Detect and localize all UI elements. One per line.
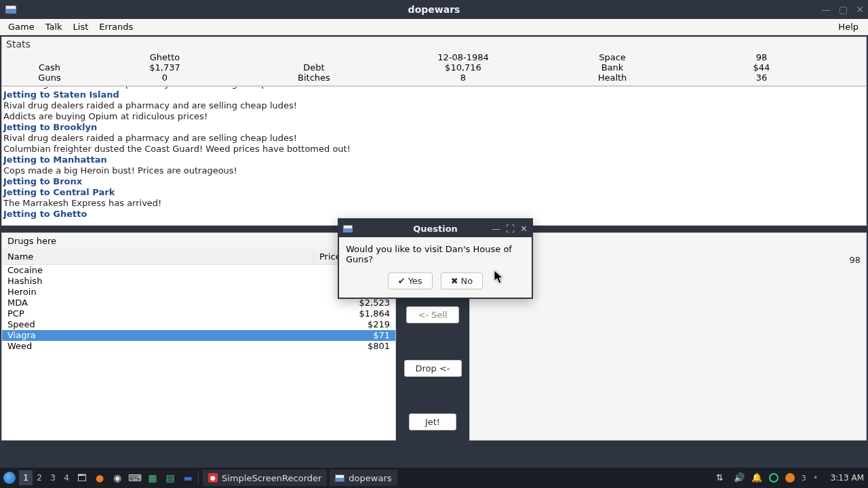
- stats-health: 36: [694, 73, 829, 83]
- table-row[interactable]: Hashish$209: [2, 276, 395, 287]
- workspace-1[interactable]: 1: [19, 470, 33, 485]
- taskbar-chrome-icon[interactable]: ◉: [108, 469, 126, 487]
- status-orange-icon[interactable]: [785, 473, 795, 483]
- stats-space-label: Space: [531, 52, 694, 62]
- cell-name: PCP: [7, 308, 349, 319]
- taskbar-app3-icon[interactable]: ▬: [179, 469, 197, 487]
- sell-button[interactable]: <- Sell: [406, 306, 458, 323]
- task-simplescreenrecorder[interactable]: ● SimpleScreenRecorder: [203, 470, 327, 486]
- stats-debt: $10,716: [395, 62, 531, 73]
- stats-title: Stats: [2, 37, 866, 51]
- log-line: Rival drug dealers raided a pharmacy and…: [3, 133, 865, 144]
- start-button[interactable]: [0, 468, 19, 487]
- stats-bank: $44: [694, 62, 829, 73]
- no-button[interactable]: ✖ No: [441, 272, 484, 289]
- table-row[interactable]: Heroin$8,692: [2, 287, 395, 298]
- dialog-minimize-icon[interactable]: —: [492, 224, 500, 234]
- window-title: dopewars: [408, 4, 460, 15]
- log-line: Jetting to Manhattan: [3, 155, 865, 165]
- drugs-title: Drugs here: [2, 233, 395, 249]
- window-titlebar: dopewars — ▢ ✕: [0, 0, 868, 19]
- cell-name: Cocaine: [7, 265, 349, 276]
- drop-button[interactable]: Drop <-: [404, 360, 462, 377]
- taskbar: 1234 🗔 ● ◉ ⌨ ▦ ▤ ▬ ● SimpleScreenRecorde…: [0, 468, 868, 488]
- window-controls: — ▢ ✕: [821, 4, 864, 15]
- log-line: Addicts are buying Opium at ridiculous p…: [3, 111, 865, 122]
- col-name[interactable]: Name: [2, 249, 314, 264]
- event-log[interactable]: Rival drug dealers raided a pharmacy and…: [1, 86, 867, 226]
- cell-price: $2,523: [349, 298, 390, 308]
- menu-talk[interactable]: Talk: [40, 20, 68, 34]
- workspace-2[interactable]: 2: [33, 470, 46, 485]
- start-icon: [3, 472, 16, 484]
- taskbar-files-icon[interactable]: 🗔: [73, 469, 91, 487]
- stats-cash: $1,737: [97, 62, 233, 73]
- stats-guns-label: Guns: [2, 73, 97, 83]
- log-line: Jetting to Staten Island: [3, 89, 865, 100]
- taskbar-app1-icon[interactable]: ▦: [144, 469, 161, 487]
- question-dialog: Question — ⛶ ✕ Would you like to visit D…: [338, 218, 533, 299]
- yes-label: Yes: [408, 276, 422, 286]
- system-tray: 3 3:13 AM: [716, 472, 864, 483]
- recorder-icon: ●: [208, 473, 218, 483]
- inventory-count: 98: [849, 255, 861, 265]
- close-icon[interactable]: ✕: [856, 4, 864, 15]
- dialog-maximize-icon[interactable]: ⛶: [506, 224, 515, 234]
- stats-debt-label: Debt: [233, 62, 395, 73]
- cell-name: Weed: [7, 341, 349, 352]
- log-line: Rival drug dealers raided a pharmacy and…: [3, 100, 865, 111]
- stats-health-label: Health: [531, 73, 694, 83]
- taskbar-firefox-icon[interactable]: ●: [91, 469, 108, 487]
- task-dopewars[interactable]: dopewars: [330, 470, 397, 486]
- log-line: The Marrakesh Express has arrived!: [3, 198, 865, 209]
- dialog-close-icon[interactable]: ✕: [520, 224, 528, 234]
- log-line: Cops made a big Heroin bust! Prices are …: [3, 165, 865, 176]
- table-row[interactable]: Weed$801: [2, 341, 395, 352]
- more-icon[interactable]: [813, 472, 824, 483]
- notifications-icon[interactable]: [751, 472, 762, 483]
- maximize-icon[interactable]: ▢: [839, 4, 848, 15]
- volume-icon[interactable]: [734, 472, 745, 483]
- stats-guns: 0: [97, 73, 233, 83]
- drugs-table[interactable]: Name Price CocaineHashish$209Heroin$8,69…: [2, 249, 395, 440]
- cell-name: Heroin: [7, 287, 349, 298]
- task-recorder-label: SimpleScreenRecorder: [222, 473, 321, 483]
- check-icon: ✔: [398, 276, 406, 286]
- log-line: Columbian freighter dusted the Coast Gua…: [3, 144, 865, 155]
- status-green-icon[interactable]: [769, 473, 778, 483]
- stats-panel: Stats Ghetto 12-08-1984 Space 98 Cash $1…: [1, 37, 867, 86]
- cell-name: Speed: [7, 319, 349, 330]
- table-row[interactable]: Speed$219: [2, 319, 395, 330]
- minimize-icon[interactable]: —: [821, 4, 831, 15]
- taskbar-terminal-icon[interactable]: ⌨: [126, 469, 144, 487]
- table-row[interactable]: Cocaine: [2, 265, 395, 276]
- log-line: Jetting to Brooklyn: [3, 122, 865, 133]
- dialog-icon: [343, 225, 353, 232]
- stats-date: 12-08-1984: [395, 52, 531, 62]
- network-icon[interactable]: [716, 472, 727, 483]
- table-row[interactable]: PCP$1,864: [2, 308, 395, 319]
- menu-help[interactable]: Help: [833, 20, 864, 34]
- dialog-text: Would you like to visit Dan's House of G…: [346, 244, 525, 264]
- dialog-titlebar[interactable]: Question — ⛶ ✕: [339, 220, 532, 237]
- clock[interactable]: 3:13 AM: [831, 473, 864, 483]
- workspace-3[interactable]: 3: [46, 470, 60, 485]
- task-dopewars-label: dopewars: [349, 473, 391, 483]
- workspace-4[interactable]: 4: [60, 470, 73, 485]
- drugs-panel: Drugs here Name Price CocaineHashish$209…: [1, 232, 396, 441]
- stats-location: Ghetto: [97, 52, 233, 62]
- table-row[interactable]: Viagra$71: [2, 330, 395, 341]
- cell-price: $1,864: [349, 308, 390, 319]
- cell-name: MDA: [7, 298, 349, 308]
- table-row[interactable]: MDA$2,523: [2, 298, 395, 308]
- stats-bank-label: Bank: [531, 62, 694, 73]
- cell-price: $801: [349, 341, 390, 352]
- yes-button[interactable]: ✔ Yes: [388, 272, 433, 289]
- menu-game[interactable]: Game: [3, 20, 40, 34]
- menu-errands[interactable]: Errands: [94, 20, 138, 34]
- menu-list[interactable]: List: [68, 20, 94, 34]
- cell-price: $71: [349, 330, 390, 341]
- stats-bitches-label: Bitches: [233, 73, 395, 83]
- jet-button[interactable]: Jet!: [409, 413, 456, 430]
- taskbar-app2-icon[interactable]: ▤: [161, 469, 179, 487]
